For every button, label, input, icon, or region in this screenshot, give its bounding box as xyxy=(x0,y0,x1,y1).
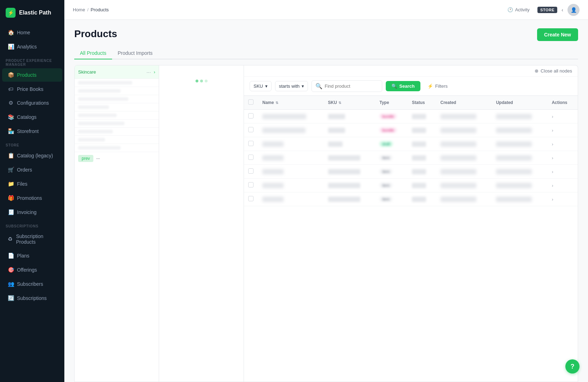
dot-1 xyxy=(196,80,198,82)
row-name: Item xyxy=(258,137,324,151)
row-select-checkbox[interactable] xyxy=(248,182,254,187)
table-row[interactable]: Product Name Lorem SKU001 bundle live 01… xyxy=(244,110,578,123)
row-select-checkbox[interactable] xyxy=(248,155,254,160)
row-action-icon[interactable]: › xyxy=(552,197,553,202)
help-button[interactable]: ? xyxy=(565,359,580,374)
row-action-icon[interactable]: › xyxy=(552,155,553,161)
row-actions[interactable]: › xyxy=(547,192,578,206)
catalogs-icon: 📚 xyxy=(8,114,13,120)
activity-button[interactable]: 🕐 Activity xyxy=(504,5,533,15)
sidebar-item-subscribers[interactable]: 👥 Subscribers xyxy=(2,277,62,291)
sidebar-nav-home[interactable]: 🏠 Home xyxy=(2,26,62,39)
row-select-checkbox[interactable] xyxy=(248,168,254,174)
row-action-icon[interactable]: › xyxy=(552,141,553,147)
col-name[interactable]: Name ⇅ xyxy=(258,96,324,110)
tree-node-label: Skincare xyxy=(78,69,96,75)
sidebar-item-price-books[interactable]: 🏷 Price Books xyxy=(2,82,62,96)
sidebar-item-products[interactable]: 📦 Products xyxy=(2,68,62,82)
search-button[interactable]: 🔍 Search xyxy=(386,81,420,91)
row-action-icon[interactable]: › xyxy=(552,114,553,119)
table-row[interactable]: Item3 SKU000000002 item live 01/01/2023 … xyxy=(244,165,578,179)
tree-row-9[interactable] xyxy=(75,144,159,152)
row-checkbox[interactable] xyxy=(244,192,258,206)
select-all-checkbox[interactable] xyxy=(248,99,254,105)
table-row[interactable]: Item4 SKU000000003 item live 01/01/2023 … xyxy=(244,179,578,192)
row-select-checkbox[interactable] xyxy=(248,113,254,118)
logo-area[interactable]: ⚡ Elastic Path xyxy=(0,0,64,25)
row-action-icon[interactable]: › xyxy=(552,183,553,188)
table-row[interactable]: Product Name Ipsum SKU002 bundle live 01… xyxy=(244,123,578,137)
table-row[interactable]: Item5 SKU000000004 item live 01/01/2023 … xyxy=(244,192,578,206)
row-select-checkbox[interactable] xyxy=(248,196,254,201)
row-created: 01/01/2023 10:01 xyxy=(436,179,492,192)
sku-select[interactable]: SKU ▾ xyxy=(250,81,272,91)
dot-3 xyxy=(205,80,208,82)
tree-row-5[interactable] xyxy=(75,111,159,120)
store-chevron-icon[interactable]: ‹ xyxy=(561,7,563,13)
tree-row-2[interactable] xyxy=(75,87,159,95)
row-checkbox[interactable] xyxy=(244,165,258,179)
avatar[interactable]: 👤 xyxy=(567,4,580,16)
sku-chevron-icon: ▾ xyxy=(265,83,268,89)
breadcrumb-home[interactable]: Home xyxy=(73,7,85,12)
storefront-icon: 🏪 xyxy=(8,128,13,134)
sidebar-item-configurations[interactable]: ⚙ Configurations xyxy=(2,96,62,110)
row-checkbox[interactable] xyxy=(244,151,258,165)
col-sku[interactable]: SKU ⇅ xyxy=(324,96,375,110)
sku-sort-icon: ⇅ xyxy=(338,101,341,105)
row-action-icon[interactable]: › xyxy=(552,169,553,174)
tree-row-6[interactable] xyxy=(75,120,159,128)
sidebar-item-files[interactable]: 📁 Files xyxy=(2,177,62,191)
sidebar-item-plans[interactable]: 📄 Plans xyxy=(2,249,62,262)
sidebar-item-catalog-legacy[interactable]: 📋 Catalog (legacy) xyxy=(2,149,62,162)
tree-more-button[interactable]: ··· xyxy=(145,68,152,76)
sidebar-item-subscriptions[interactable]: 🔄 Subscriptions xyxy=(2,291,62,305)
row-sku: SKU000000003 xyxy=(324,179,375,192)
row-checkbox[interactable] xyxy=(244,123,258,137)
row-actions[interactable]: › xyxy=(547,137,578,151)
row-actions[interactable]: › xyxy=(547,179,578,192)
search-input[interactable] xyxy=(325,83,378,89)
row-actions[interactable]: › xyxy=(547,151,578,165)
blurred-label xyxy=(78,89,121,93)
row-action-icon[interactable]: › xyxy=(552,128,553,133)
topbar-right: 🕐 Activity STORE ‹ 👤 xyxy=(504,4,580,16)
tab-product-imports[interactable]: Product Imports xyxy=(112,47,158,59)
close-all-nodes-button[interactable]: ⊗ Close all nodes xyxy=(535,68,572,74)
sidebar-item-invoicing[interactable]: 🧾 Invoicing xyxy=(2,206,62,219)
offerings-icon: 🎯 xyxy=(8,267,13,273)
sidebar-item-offerings[interactable]: 🎯 Offerings xyxy=(2,263,62,277)
tree-node-skincare[interactable]: Skincare ··· › xyxy=(75,65,159,79)
tree-row-7[interactable] xyxy=(75,128,159,136)
create-new-button[interactable]: Create New xyxy=(537,28,578,41)
row-select-checkbox[interactable] xyxy=(248,141,254,146)
row-select-checkbox[interactable] xyxy=(248,127,254,132)
tree-row-3[interactable] xyxy=(75,95,159,103)
sidebar-item-storefront[interactable]: 🏪 Storefront xyxy=(2,125,62,138)
sidebar-item-catalogs[interactable]: 📚 Catalogs xyxy=(2,110,62,124)
name-sort[interactable]: Name ⇅ xyxy=(262,100,320,105)
tree-row-8[interactable] xyxy=(75,136,159,144)
row-actions[interactable]: › xyxy=(547,110,578,123)
row-checkbox[interactable] xyxy=(244,110,258,123)
sidebar-nav-analytics[interactable]: 📊 Analytics xyxy=(2,40,62,53)
tree-prev-button[interactable]: prev xyxy=(78,155,93,162)
tab-all-products[interactable]: All Products xyxy=(74,47,112,59)
tree-row-4[interactable] xyxy=(75,103,159,111)
sidebar-item-promotions[interactable]: 🎁 Promotions xyxy=(2,191,62,205)
tree-row-1[interactable] xyxy=(75,79,159,87)
filters-button[interactable]: ⚡ Filters xyxy=(424,81,451,91)
row-actions[interactable]: › xyxy=(547,165,578,179)
starts-with-select[interactable]: starts with ▾ xyxy=(275,81,308,91)
sidebar-item-subscription-products[interactable]: ♻ Subscription Products xyxy=(2,230,62,248)
row-status: live xyxy=(408,151,436,165)
sku-sort[interactable]: SKU ⇅ xyxy=(328,100,371,105)
table-row[interactable]: Item SKU03 draft live 01/01/2023 10:01 0… xyxy=(244,137,578,151)
row-name: Product Name Lorem xyxy=(258,110,324,123)
row-checkbox[interactable] xyxy=(244,179,258,192)
sidebar-item-orders[interactable]: 🛒 Orders xyxy=(2,163,62,176)
table-row[interactable]: Item2 SKU000000001 item live 01/01/2023 … xyxy=(244,151,578,165)
row-checkbox[interactable] xyxy=(244,137,258,151)
tree-expand-icon[interactable]: › xyxy=(154,69,155,75)
row-actions[interactable]: › xyxy=(547,123,578,137)
